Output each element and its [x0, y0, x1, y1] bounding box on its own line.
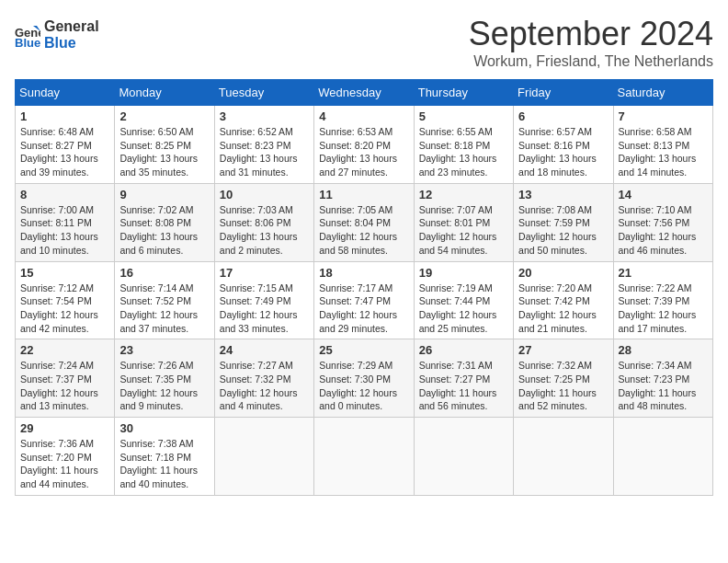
- day-number: 30: [119, 421, 209, 435]
- day-number: 17: [220, 266, 309, 280]
- weekday-header-row: SundayMondayTuesdayWednesdayThursdayFrid…: [16, 80, 713, 106]
- calendar-cell: 19Sunrise: 7:19 AM Sunset: 7:44 PM Dayli…: [414, 261, 513, 339]
- day-info: Sunrise: 7:19 AM Sunset: 7:44 PM Dayligh…: [419, 282, 497, 334]
- day-number: 23: [119, 343, 209, 357]
- day-info: Sunrise: 7:00 AM Sunset: 8:11 PM Dayligh…: [20, 204, 98, 256]
- calendar-cell: 1Sunrise: 6:48 AM Sunset: 8:27 PM Daylig…: [16, 106, 115, 184]
- day-number: 6: [518, 109, 608, 123]
- day-info: Sunrise: 7:08 AM Sunset: 7:59 PM Dayligh…: [518, 204, 597, 256]
- calendar-cell: 7Sunrise: 6:58 AM Sunset: 8:13 PM Daylig…: [613, 106, 712, 184]
- logo-line2: Blue: [44, 35, 99, 52]
- day-number: 7: [619, 109, 708, 123]
- weekday-header-wednesday: Wednesday: [314, 80, 414, 106]
- logo: General Blue General Blue: [15, 18, 99, 52]
- day-info: Sunrise: 7:14 AM Sunset: 7:52 PM Dayligh…: [119, 282, 198, 334]
- calendar-cell: 26Sunrise: 7:31 AM Sunset: 7:27 PM Dayli…: [414, 339, 513, 418]
- calendar-cell: 9Sunrise: 7:02 AM Sunset: 8:08 PM Daylig…: [115, 183, 214, 261]
- weekday-header-tuesday: Tuesday: [214, 80, 313, 106]
- day-number: 1: [20, 109, 109, 123]
- calendar-cell: 23Sunrise: 7:26 AM Sunset: 7:35 PM Dayli…: [115, 339, 214, 418]
- calendar-cell: 4Sunrise: 6:53 AM Sunset: 8:20 PM Daylig…: [314, 106, 414, 184]
- calendar-cell: [314, 418, 414, 496]
- day-info: Sunrise: 6:55 AM Sunset: 8:18 PM Dayligh…: [419, 126, 497, 178]
- day-number: 25: [319, 343, 408, 357]
- day-info: Sunrise: 6:58 AM Sunset: 8:13 PM Dayligh…: [619, 126, 697, 178]
- day-number: 20: [518, 266, 608, 280]
- calendar-cell: [214, 418, 313, 496]
- logo-line1: General: [44, 18, 99, 35]
- day-number: 5: [419, 109, 508, 123]
- day-number: 13: [518, 188, 608, 201]
- day-info: Sunrise: 7:34 AM Sunset: 7:23 PM Dayligh…: [619, 360, 697, 411]
- weekday-header-friday: Friday: [514, 80, 613, 106]
- day-number: 24: [220, 343, 309, 357]
- day-info: Sunrise: 7:36 AM Sunset: 7:20 PM Dayligh…: [20, 438, 98, 489]
- calendar-cell: 12Sunrise: 7:07 AM Sunset: 8:01 PM Dayli…: [414, 183, 513, 261]
- calendar-week-row: 22Sunrise: 7:24 AM Sunset: 7:37 PM Dayli…: [16, 339, 713, 418]
- svg-text:Blue: Blue: [15, 36, 40, 48]
- day-info: Sunrise: 7:24 AM Sunset: 7:37 PM Dayligh…: [20, 360, 98, 411]
- day-info: Sunrise: 7:31 AM Sunset: 7:27 PM Dayligh…: [419, 360, 497, 411]
- day-info: Sunrise: 6:57 AM Sunset: 8:16 PM Dayligh…: [518, 126, 597, 178]
- calendar-cell: 18Sunrise: 7:17 AM Sunset: 7:47 PM Dayli…: [314, 261, 414, 339]
- calendar-cell: 22Sunrise: 7:24 AM Sunset: 7:37 PM Dayli…: [16, 339, 115, 418]
- day-info: Sunrise: 7:15 AM Sunset: 7:49 PM Dayligh…: [220, 282, 298, 334]
- calendar-cell: 24Sunrise: 7:27 AM Sunset: 7:32 PM Dayli…: [214, 339, 313, 418]
- day-number: 11: [319, 188, 408, 201]
- calendar-cell: 8Sunrise: 7:00 AM Sunset: 8:11 PM Daylig…: [16, 183, 115, 261]
- day-info: Sunrise: 6:48 AM Sunset: 8:27 PM Dayligh…: [20, 126, 98, 178]
- day-info: Sunrise: 7:20 AM Sunset: 7:42 PM Dayligh…: [518, 282, 597, 334]
- day-info: Sunrise: 7:26 AM Sunset: 7:35 PM Dayligh…: [119, 360, 198, 411]
- weekday-header-sunday: Sunday: [16, 80, 115, 106]
- day-number: 4: [319, 109, 408, 123]
- weekday-header-thursday: Thursday: [414, 80, 513, 106]
- day-number: 28: [619, 343, 708, 357]
- day-info: Sunrise: 7:22 AM Sunset: 7:39 PM Dayligh…: [619, 282, 697, 334]
- calendar-cell: 29Sunrise: 7:36 AM Sunset: 7:20 PM Dayli…: [16, 418, 115, 496]
- calendar-week-row: 8Sunrise: 7:00 AM Sunset: 8:11 PM Daylig…: [16, 183, 713, 261]
- day-info: Sunrise: 7:17 AM Sunset: 7:47 PM Dayligh…: [319, 282, 397, 334]
- title-block: September 2024 Workum, Friesland, The Ne…: [469, 15, 713, 70]
- day-number: 16: [119, 266, 209, 280]
- calendar-cell: 16Sunrise: 7:14 AM Sunset: 7:52 PM Dayli…: [115, 261, 214, 339]
- calendar-cell: 3Sunrise: 6:52 AM Sunset: 8:23 PM Daylig…: [214, 106, 313, 184]
- calendar-cell: [613, 418, 712, 496]
- calendar-cell: 14Sunrise: 7:10 AM Sunset: 7:56 PM Dayli…: [613, 183, 712, 261]
- calendar-week-row: 1Sunrise: 6:48 AM Sunset: 8:27 PM Daylig…: [16, 106, 713, 184]
- day-number: 27: [518, 343, 608, 357]
- calendar-table: SundayMondayTuesdayWednesdayThursdayFrid…: [15, 79, 713, 496]
- day-info: Sunrise: 6:53 AM Sunset: 8:20 PM Dayligh…: [319, 126, 397, 178]
- day-info: Sunrise: 7:10 AM Sunset: 7:56 PM Dayligh…: [619, 204, 697, 256]
- day-info: Sunrise: 7:38 AM Sunset: 7:18 PM Dayligh…: [119, 438, 198, 489]
- calendar-cell: [414, 418, 513, 496]
- day-info: Sunrise: 6:52 AM Sunset: 8:23 PM Dayligh…: [220, 126, 298, 178]
- calendar-cell: 28Sunrise: 7:34 AM Sunset: 7:23 PM Dayli…: [613, 339, 712, 418]
- day-info: Sunrise: 7:05 AM Sunset: 8:04 PM Dayligh…: [319, 204, 397, 256]
- day-number: 8: [20, 188, 109, 201]
- day-number: 26: [419, 343, 508, 357]
- day-info: Sunrise: 7:32 AM Sunset: 7:25 PM Dayligh…: [518, 360, 597, 411]
- calendar-cell: 13Sunrise: 7:08 AM Sunset: 7:59 PM Dayli…: [514, 183, 613, 261]
- calendar-cell: 21Sunrise: 7:22 AM Sunset: 7:39 PM Dayli…: [613, 261, 712, 339]
- day-number: 22: [20, 343, 109, 357]
- day-number: 18: [319, 266, 408, 280]
- calendar-cell: 6Sunrise: 6:57 AM Sunset: 8:16 PM Daylig…: [514, 106, 613, 184]
- calendar-cell: 15Sunrise: 7:12 AM Sunset: 7:54 PM Dayli…: [16, 261, 115, 339]
- day-info: Sunrise: 7:12 AM Sunset: 7:54 PM Dayligh…: [20, 282, 98, 334]
- month-title: September 2024: [469, 15, 713, 53]
- logo-icon: General Blue: [15, 22, 40, 48]
- day-number: 29: [20, 421, 109, 435]
- day-number: 19: [419, 266, 508, 280]
- day-number: 2: [119, 109, 209, 123]
- calendar-cell: 10Sunrise: 7:03 AM Sunset: 8:06 PM Dayli…: [214, 183, 313, 261]
- calendar-week-row: 15Sunrise: 7:12 AM Sunset: 7:54 PM Dayli…: [16, 261, 713, 339]
- day-info: Sunrise: 7:07 AM Sunset: 8:01 PM Dayligh…: [419, 204, 497, 256]
- day-number: 10: [220, 188, 309, 201]
- day-info: Sunrise: 7:27 AM Sunset: 7:32 PM Dayligh…: [220, 360, 298, 411]
- day-info: Sunrise: 7:02 AM Sunset: 8:08 PM Dayligh…: [119, 204, 198, 256]
- header: General Blue General Blue September 2024…: [15, 15, 713, 70]
- calendar-cell: 17Sunrise: 7:15 AM Sunset: 7:49 PM Dayli…: [214, 261, 313, 339]
- location-title: Workum, Friesland, The Netherlands: [469, 53, 713, 70]
- day-info: Sunrise: 7:03 AM Sunset: 8:06 PM Dayligh…: [220, 204, 298, 256]
- calendar-cell: 20Sunrise: 7:20 AM Sunset: 7:42 PM Dayli…: [514, 261, 613, 339]
